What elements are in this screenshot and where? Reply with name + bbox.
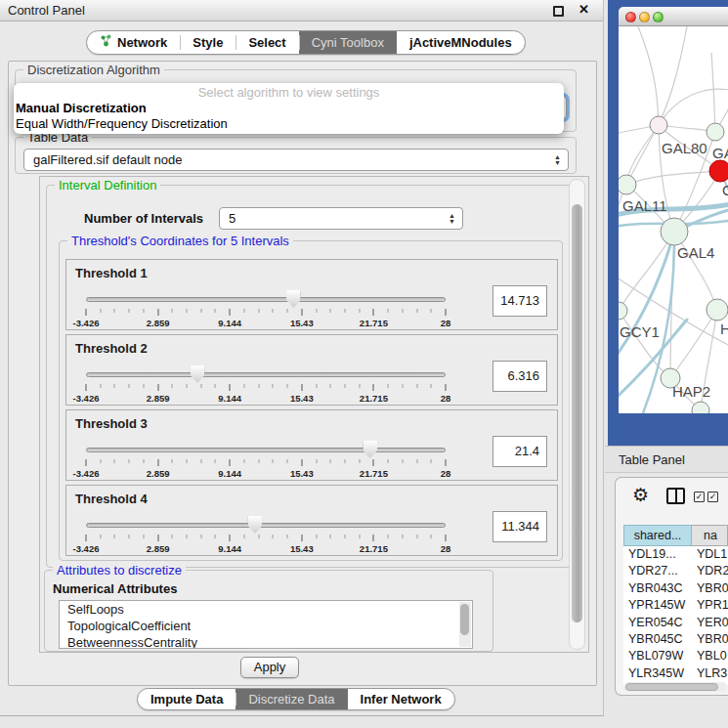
table-row[interactable]: YER054CYER0	[623, 615, 728, 631]
tick-mark	[316, 459, 317, 463]
tick-mark	[129, 309, 130, 313]
tick-mark	[243, 535, 244, 538]
tick-mark	[258, 459, 259, 463]
tick-mark	[172, 459, 173, 463]
settings-scrollbar[interactable]	[569, 179, 585, 650]
tick-mark	[388, 384, 389, 388]
tick-label: 21.715	[360, 543, 388, 554]
threshold-4-value-field[interactable]: 11.344	[492, 511, 547, 542]
tab-jactivemnodules[interactable]: jActiveMNodules	[397, 31, 525, 54]
control-panel-titlebar: Control Panel ✕	[0, 0, 603, 21]
attributes-scrollbar[interactable]	[459, 602, 471, 647]
slider-ticks	[86, 459, 446, 467]
attributes-group: Attributes to discretize Numerical Attri…	[44, 570, 493, 652]
tab-cyni-toolbox[interactable]: Cyni Toolbox	[299, 31, 397, 54]
slider-track	[86, 297, 446, 302]
threshold-1-thumb[interactable]	[286, 290, 301, 308]
node-pink[interactable]	[650, 116, 667, 134]
columns-icon[interactable]	[666, 488, 685, 504]
tick-mark	[172, 384, 173, 388]
tick-mark	[344, 459, 345, 463]
number-of-intervals-label: Number of Intervals	[84, 211, 203, 226]
tick-mark	[330, 309, 331, 313]
tick-mark	[388, 459, 389, 463]
table-row[interactable]: YLR345WYLR3	[623, 665, 728, 682]
apply-button[interactable]: Apply	[240, 657, 299, 678]
tick-mark	[258, 535, 259, 538]
threshold-4-slider[interactable]: -3.4262.8599.14415.4321.71528	[86, 519, 446, 552]
threshold-3-slider[interactable]: -3.4262.8599.14415.4321.71528	[86, 444, 446, 477]
node-h[interactable]	[707, 299, 728, 321]
table-data-combobox[interactable]: galFiltered.sif default node ▲▼	[23, 149, 569, 171]
table-row[interactable]: YDL19...YDL1	[623, 546, 728, 563]
float-icon[interactable]	[553, 6, 564, 17]
numerical-attributes-list[interactable]: SelfLoopsTopologicalCoefficientBetweenne…	[59, 600, 473, 649]
tab-network[interactable]: Network	[87, 31, 180, 54]
tick-mark	[215, 459, 216, 463]
tick-mark	[301, 535, 302, 541]
tab-impute-data[interactable]: Impute Data	[138, 689, 236, 709]
table-row[interactable]: YBL079WYBL0	[623, 648, 728, 664]
algorithm-settings-panel: Interval Definition Number of Intervals …	[39, 176, 589, 653]
tick-label: 28	[441, 393, 451, 404]
tick-label: 21.715	[360, 318, 388, 328]
threshold-3-value-field[interactable]: 21.4	[492, 436, 547, 467]
node-gcy1[interactable]	[619, 302, 627, 320]
table-row[interactable]: YPR145WYPR1	[623, 597, 728, 614]
numerical-attributes-label: Numerical Attributes	[53, 581, 177, 596]
zoom-traffic-light-icon[interactable]	[653, 12, 664, 22]
tab-infer-network[interactable]: Infer Network	[348, 689, 454, 709]
gear-icon[interactable]: ⚙	[632, 484, 649, 505]
tick-mark	[344, 309, 345, 313]
tick-mark	[200, 309, 201, 313]
table-row[interactable]: YBR045CYBR0	[623, 631, 728, 648]
tick-mark	[388, 309, 389, 313]
tick-mark	[157, 535, 158, 541]
tick-mark	[230, 309, 231, 316]
node-label-ga: GA	[712, 145, 728, 161]
select-all-checkbox-icon[interactable]: ✓	[694, 492, 705, 502]
node-gal11[interactable]	[619, 175, 636, 194]
dropdown-placeholder-item[interactable]: Select algorithm to view settings	[14, 85, 564, 101]
attribute-item-selfloops[interactable]: SelfLoops	[60, 601, 472, 618]
threshold-2-value-field[interactable]: 6.316	[492, 361, 547, 392]
tab-label: Network	[117, 31, 167, 54]
column-header-name[interactable]: na	[692, 525, 728, 546]
column-header-shared-name[interactable]: shared...	[623, 525, 692, 546]
threshold-2-thumb[interactable]	[191, 365, 205, 383]
close-icon[interactable]: ✕	[578, 2, 589, 17]
tick-mark	[200, 384, 201, 388]
node-gal4[interactable]	[661, 218, 688, 245]
attribute-item-betweennesscentrality[interactable]: BetweennessCentrality	[60, 634, 472, 649]
tab-style[interactable]: Style	[180, 31, 236, 54]
dropdown-item-manual-discretization[interactable]: Manual Discretization	[14, 101, 564, 116]
threshold-1-value-field[interactable]: 14.713	[492, 285, 547, 317]
tick-mark	[416, 309, 417, 313]
select-none-checkbox-icon[interactable]: ✓	[707, 492, 718, 502]
tick-mark	[273, 384, 274, 388]
attribute-item-topologicalcoefficient[interactable]: TopologicalCoefficient	[60, 618, 472, 634]
node-bottom[interactable]	[692, 402, 709, 413]
dropdown-item-equal-width-frequency-discretization[interactable]: Equal Width/Frequency Discretization	[14, 116, 564, 132]
threshold-4-thumb[interactable]	[247, 516, 262, 534]
table-horizontal-scrollbar[interactable]	[623, 682, 727, 692]
node-red[interactable]	[709, 160, 728, 182]
node-green-top[interactable]	[707, 123, 724, 141]
cell-shared-name: YBL079W	[623, 648, 692, 664]
table-row[interactable]: YBR043CYBR0	[623, 580, 728, 597]
tab-select[interactable]: Select	[236, 31, 298, 54]
table-row[interactable]: YDR27...YDR2	[623, 563, 728, 579]
tick-mark	[86, 309, 87, 316]
panel-title: Control Panel	[8, 0, 85, 21]
threshold-2-slider[interactable]: -3.4262.8599.14415.4321.71528	[86, 368, 446, 402]
attributes-group-title: Attributes to discretize	[53, 563, 186, 578]
threshold-1-slider[interactable]: -3.4262.8599.14415.4321.71528	[86, 293, 446, 326]
tab-discretize-data[interactable]: Discretize Data	[236, 689, 347, 709]
close-traffic-light-icon[interactable]	[625, 12, 636, 22]
tick-mark	[431, 309, 432, 313]
number-of-intervals-combobox[interactable]: 5 ▲▼	[219, 207, 463, 230]
tick-mark	[114, 309, 115, 313]
minimize-traffic-light-icon[interactable]	[639, 12, 650, 22]
threshold-3-thumb[interactable]	[363, 441, 377, 458]
network-canvas[interactable]: GAL80GACGAL11GAL4GCY1HHAP2	[619, 26, 728, 413]
